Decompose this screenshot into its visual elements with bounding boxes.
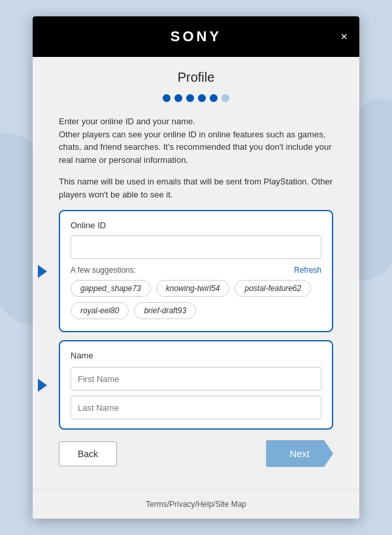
chips-container: gapped_shape73 knowing-twirl54 postal-fe… <box>71 280 321 319</box>
back-button[interactable]: Back <box>59 441 117 466</box>
chip-3[interactable]: postal-feature62 <box>235 280 311 297</box>
profile-modal: SONY × Profile Enter your online ID and … <box>33 16 359 519</box>
modal-footer: Terms/Privacy/Help/Site Map <box>33 489 359 519</box>
arrow-indicator-name <box>38 379 47 392</box>
suggestions-row: A few suggestions: Refresh <box>71 266 321 275</box>
next-button[interactable]: Next <box>266 440 333 467</box>
dot-5 <box>210 94 218 102</box>
dot-1 <box>163 94 171 102</box>
name-section: Name <box>59 340 333 430</box>
first-name-input[interactable] <box>71 367 321 390</box>
modal-body: Profile Enter your online ID and your na… <box>33 57 359 489</box>
description-paragraph2: This name will be used in emails that wi… <box>59 175 333 201</box>
chip-2[interactable]: knowing-twirl54 <box>156 280 230 297</box>
chip-5[interactable]: brief-draft93 <box>134 302 196 319</box>
name-wrapper: Name <box>59 340 333 430</box>
refresh-link[interactable]: Refresh <box>294 266 321 275</box>
buttons-row: Back Next <box>59 440 333 467</box>
suggestions-label: A few suggestions: <box>71 266 136 275</box>
sony-logo: SONY <box>171 28 221 45</box>
last-name-input[interactable] <box>71 396 321 419</box>
online-id-wrapper: Online ID A few suggestions: Refresh gap… <box>59 210 333 332</box>
chip-1[interactable]: gapped_shape73 <box>71 280 151 297</box>
progress-dots <box>59 94 333 102</box>
dot-6 <box>221 94 229 102</box>
name-label: Name <box>71 351 321 360</box>
dot-2 <box>174 94 182 102</box>
online-id-input[interactable] <box>71 235 321 259</box>
footer-links: Terms/Privacy/Help/Site Map <box>146 500 246 509</box>
dot-4 <box>198 94 206 102</box>
dot-3 <box>186 94 194 102</box>
chip-4[interactable]: royal-eel80 <box>71 302 129 319</box>
modal-header: SONY × <box>33 16 359 57</box>
close-button[interactable]: × <box>340 31 348 43</box>
description-paragraph1: Enter your online ID and your name.Other… <box>59 115 333 166</box>
page-title: Profile <box>59 70 333 85</box>
online-id-section: Online ID A few suggestions: Refresh gap… <box>59 210 333 332</box>
arrow-indicator-online-id <box>38 265 47 278</box>
online-id-label: Online ID <box>71 220 321 230</box>
